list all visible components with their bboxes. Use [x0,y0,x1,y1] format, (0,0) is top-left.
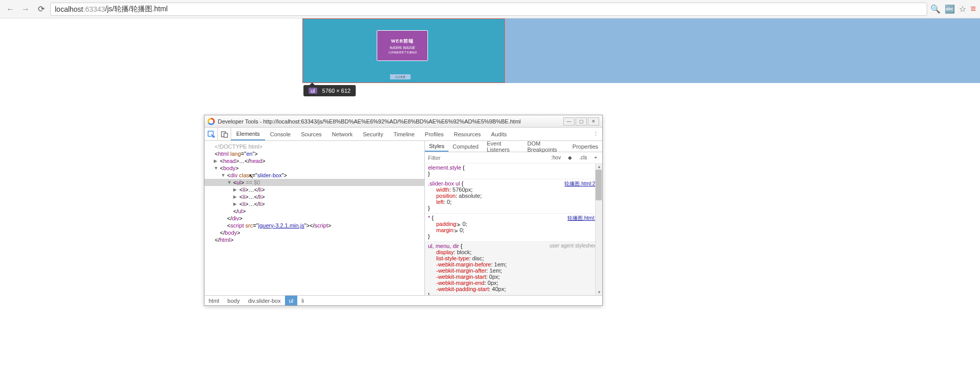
style-prop[interactable]: display: block; [428,249,599,255]
styles-rules[interactable]: element.style {}轮播图.html:23.slider-box u… [425,163,602,295]
tab-network[interactable]: Network [327,128,358,140]
style-rule[interactable]: user agent stylesheetul, menu, dir {disp… [425,242,602,295]
style-prop[interactable]: list-style-type: disc; [428,255,599,261]
tab-console[interactable]: Console [265,128,296,140]
style-prop[interactable]: left: 0; [428,199,599,205]
devtools-window: Developer Tools - http://localhost:63343… [204,115,603,306]
tooltip-size: 5760 × 612 [322,88,351,94]
toolbar-right: 🔍 🔤 ☆ ≡ [930,4,976,14]
reload-button[interactable]: ⟳ [35,3,47,15]
dom-html-open[interactable]: <html lang="en"> [205,150,424,157]
promo-title: WEB前端 [391,38,414,45]
hov-button[interactable]: :hov [549,155,563,160]
star-icon[interactable]: ☆ [959,4,966,14]
rule-source[interactable]: 轮播图.html:23 [564,180,598,188]
tab-sources[interactable]: Sources [296,128,326,140]
tab-profiles[interactable]: Profiles [420,128,449,140]
dom-div[interactable]: ▼<div class="slider-box"> [205,172,424,179]
url-host: localhost [55,5,83,13]
inspect-button[interactable] [205,128,218,140]
dom-script[interactable]: <script src="jquery-3.2.1.min.js"></scri… [205,222,424,229]
style-prop[interactable]: -webkit-margin-start: 0px; [428,274,599,280]
styles-tab-dom[interactable]: DOM Breakpoints [523,141,568,152]
style-rule[interactable]: 轮播图.html:8* {padding:▶ 0;margin:▶ 0;} [425,214,602,242]
breadcrumb: html body div.slider-box ul li [205,295,602,305]
rule-close: } [428,292,599,295]
menu-icon[interactable]: ≡ [970,4,976,14]
styles-tabs: Styles Computed Event Listeners DOM Brea… [425,141,602,152]
style-prop[interactable]: margin:▶ 0; [428,227,599,233]
dom-tree[interactable]: <!DOCTYPE html> <html lang="en"> ▶<head>… [205,141,425,295]
style-prop[interactable]: position: absolute; [428,193,599,199]
scroll-up-icon[interactable]: ▲ [596,163,602,170]
tab-timeline[interactable]: Timeline [389,128,420,140]
chrome-icon [208,118,215,125]
close-button[interactable]: ✕ [588,117,599,126]
svg-rect-2 [224,133,228,137]
dom-ul-selected[interactable]: ▼<ul> == $0 [205,179,424,186]
pin-icon[interactable]: ◆ [566,155,574,160]
tab-resources[interactable]: Resources [449,128,486,140]
promo-button[interactable]: 点击查看 [390,74,411,79]
styles-tab-events[interactable]: Event Listeners [483,141,523,152]
rule-close: } [428,205,599,211]
devtools-titlebar[interactable]: Developer Tools - http://localhost:63343… [205,115,602,128]
promo-sub1: 实战训练 挑战高薪 [390,46,415,50]
styles-tab-props[interactable]: Properties [568,141,602,152]
crumb-li[interactable]: li [297,296,308,305]
device-toggle-button[interactable] [218,128,231,140]
dom-div-close[interactable]: </div> [205,215,424,222]
tabs-more-icon[interactable]: ⋮ [589,128,602,140]
style-rule[interactable]: 轮播图.html:23.slider-box ul {width: 5760px… [425,179,602,214]
dom-body-open[interactable]: ▼<body> [205,164,424,172]
slider-box[interactable]: WEB前端 实战训练 挑战高薪 让升级教育有了专属培训 点击查看 [302,18,505,83]
dom-li-3[interactable]: ▶<li>…</li> [205,200,424,208]
styles-tab-computed[interactable]: Computed [448,141,483,152]
dom-li-1[interactable]: ▶<li>…</li> [205,186,424,193]
rule-source: user agent stylesheet [549,243,598,249]
styles-tab-styles[interactable]: Styles [425,141,448,152]
promo-sub2: 让升级教育有了专属培训 [389,51,417,54]
dom-ul-close[interactable]: </ul> [205,208,424,215]
add-rule-button[interactable]: + [592,155,599,160]
window-buttons: — ▢ ✕ [563,117,599,126]
scroll-down-icon[interactable]: ▼ [596,289,602,295]
style-prop[interactable]: -webkit-margin-after: 1em; [428,267,599,274]
style-prop[interactable]: -webkit-margin-before: 1em; [428,261,599,267]
dom-html-close[interactable]: </html> [205,236,424,243]
slider-overflow: WEB前端 实战训练 挑战高薪 让升级教育有了专属培训 点击查看 [302,18,980,83]
dom-doctype[interactable]: <!DOCTYPE html> [205,143,424,150]
search-icon[interactable]: 🔍 [930,4,941,14]
scrollbar[interactable]: ▲ ▼ [595,163,602,295]
rule-close: } [428,171,599,177]
minimize-button[interactable]: — [563,117,575,126]
rule-source[interactable]: 轮播图.html:8 [567,215,598,222]
tab-security[interactable]: Security [358,128,389,140]
styles-pane: Styles Computed Event Listeners DOM Brea… [425,141,602,295]
dom-body-close[interactable]: </body> [205,229,424,236]
crumb-div[interactable]: div.slider-box [244,296,285,305]
address-bar[interactable]: localhost:63343/js/轮播/轮播图.html [50,3,927,16]
styles-filter-input[interactable] [428,155,546,161]
style-prop[interactable]: -webkit-margin-end: 0px; [428,280,599,286]
dom-head[interactable]: ▶<head>…</head> [205,157,424,164]
styles-filter-row: :hov ◆ .cls + [425,152,602,163]
url-path: /js/轮播/轮播图.html [105,5,168,14]
crumb-body[interactable]: body [223,296,244,305]
devtools-tabs: Elements Console Sources Network Securit… [205,128,602,141]
forward-button[interactable]: → [19,3,32,15]
maximize-button[interactable]: ▢ [576,117,587,126]
crumb-html[interactable]: html [205,296,223,305]
rule-selector[interactable]: element.style { [428,164,599,171]
tooltip-tag: ul [309,88,317,94]
translate-icon[interactable]: 🔤 [945,4,955,14]
style-rule[interactable]: element.style {} [425,163,602,179]
cls-button[interactable]: .cls [577,155,589,160]
scrollbar-thumb[interactable] [596,170,602,200]
back-button[interactable]: ← [4,3,16,15]
tab-elements[interactable]: Elements [231,128,265,140]
dom-li-2[interactable]: ▶<li>…</li> [205,193,424,200]
style-prop[interactable]: -webkit-padding-start: 40px; [428,286,599,292]
crumb-ul[interactable]: ul [285,296,298,305]
tab-audits[interactable]: Audits [486,128,512,140]
